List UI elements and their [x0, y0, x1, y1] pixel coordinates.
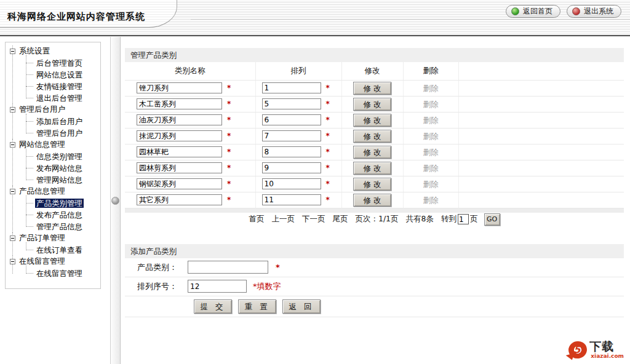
delete-link[interactable]: 删除 [423, 100, 439, 109]
new-category-input[interactable] [188, 261, 268, 274]
logo-number: 5 [573, 344, 580, 355]
category-name-input[interactable] [137, 98, 222, 109]
delete-link[interactable]: 删除 [423, 132, 439, 141]
modify-button[interactable]: 修 改 [353, 146, 391, 159]
category-order-input[interactable] [262, 194, 321, 205]
required-mark: * [326, 84, 330, 92]
sidebar-item-view-orders[interactable]: 在线订单查看 [26, 244, 99, 256]
category-name-input[interactable] [137, 114, 222, 125]
category-order-input[interactable] [262, 130, 321, 141]
modify-button[interactable]: 修 改 [353, 130, 391, 143]
modify-button[interactable]: 修 改 [353, 162, 391, 175]
back-button[interactable]: 返 回 [282, 299, 321, 314]
header-underline [0, 35, 630, 36]
category-name-input[interactable] [137, 162, 222, 173]
sidebar-group-system-header[interactable]: 系统设置 [9, 46, 99, 57]
reset-button[interactable]: 重 置 [238, 299, 276, 314]
required-mark: * [326, 196, 330, 204]
category-name-input[interactable] [137, 178, 222, 189]
modify-button[interactable]: 修 改 [353, 98, 391, 111]
category-order-input[interactable] [262, 82, 321, 93]
sidebar-item-info-category[interactable]: 信息类别管理 [26, 151, 99, 162]
logout-button[interactable]: 退出系统 [567, 5, 621, 18]
sidebar-group-product-info-header[interactable]: 产品信息管理 [9, 186, 99, 197]
sidebar-item-exit-admin[interactable]: 退出后台管理 [26, 92, 99, 104]
pagination-first[interactable]: 首页 [249, 214, 264, 224]
new-order-input[interactable] [188, 280, 247, 293]
sidebar-item-manage-messages[interactable]: 在线留言管理 [26, 267, 99, 279]
add-section-title: 添加产品类别 [125, 244, 624, 258]
collapse-minus-icon[interactable] [10, 49, 15, 54]
category-name-input[interactable] [137, 82, 222, 93]
sidebar-item-manage-admin-users[interactable]: 管理后台用户 [26, 127, 99, 139]
sidebar-item-site-info-settings[interactable]: 网站信息设置 [26, 69, 99, 81]
sidebar-item-admin-home[interactable]: 后台管理首页 [26, 57, 99, 69]
modify-button[interactable]: 修 改 [353, 194, 391, 207]
modify-button[interactable]: 修 改 [353, 114, 391, 127]
order-hint: *填数字 [253, 281, 281, 292]
pagination-total-info: 共有8条 [406, 214, 434, 224]
category-order-input[interactable] [262, 178, 321, 189]
category-order-input[interactable] [262, 98, 321, 109]
category-table: 类别名称 排列 修改 删除 * * 修 改 删除 * * [125, 62, 624, 208]
sidebar-group-site-info-header[interactable]: 网站信息管理 [9, 139, 99, 151]
pagination-last[interactable]: 尾页 [332, 214, 348, 224]
required-mark: * [227, 132, 231, 140]
sidebar-splitter[interactable] [110, 37, 121, 364]
delete-link[interactable]: 删除 [423, 148, 439, 157]
pagination-prev[interactable]: 上一页 [271, 214, 295, 224]
col-header-empty [458, 62, 624, 80]
sidebar-item-publish-product[interactable]: 发布产品信息 [26, 209, 99, 221]
sidebar-item-friend-links[interactable]: 友情链接管理 [26, 81, 99, 92]
modify-button[interactable]: 修 改 [353, 178, 391, 191]
collapse-minus-icon[interactable] [10, 235, 15, 241]
home-button[interactable]: 返回首页 [506, 5, 560, 18]
category-name-input[interactable] [137, 130, 222, 141]
required-mark: * [227, 148, 231, 156]
collapse-minus-icon[interactable] [10, 189, 15, 194]
sidebar-group-site-info-children: 信息类别管理 发布网站信息 管理网站信息 [26, 151, 99, 186]
logo-domain-text: xiazai.com [591, 354, 624, 359]
home-button-label: 返回首页 [523, 6, 552, 17]
category-order-input[interactable] [262, 162, 321, 173]
a5-download-logo[interactable]: 5 下载 xiazai.com [566, 341, 624, 360]
sidebar-item-product-category[interactable]: 产品类别管理 [26, 197, 99, 209]
required-mark: * [326, 100, 330, 108]
splitter-collapse-handle[interactable] [111, 197, 119, 205]
delete-link[interactable]: 删除 [423, 84, 439, 93]
modify-button[interactable]: 修 改 [353, 82, 391, 95]
collapse-minus-icon[interactable] [10, 259, 15, 264]
logout-button-label: 退出系统 [584, 6, 613, 17]
delete-link[interactable]: 删除 [423, 116, 439, 125]
go-button[interactable]: GO [484, 213, 500, 226]
category-order-input[interactable] [262, 114, 321, 125]
sidebar-item-manage-product[interactable]: 管理产品信息 [26, 221, 99, 232]
sidebar-group-product-info-children: 产品类别管理 发布产品信息 管理产品信息 [26, 197, 99, 232]
sidebar-group-messages-header[interactable]: 在线留言管理 [9, 256, 99, 267]
sidebar-item-publish-site-info[interactable]: 发布网站信息 [26, 162, 99, 174]
pagination-goto: 转到 页 GO [441, 213, 500, 226]
sidebar-item-add-admin-user[interactable]: 添加后台用户 [26, 116, 99, 127]
delete-link[interactable]: 删除 [423, 196, 439, 205]
form-buttons-row: 提 交 重 置 返 回 [125, 296, 624, 317]
collapse-minus-icon[interactable] [10, 142, 15, 148]
sidebar-item-manage-site-info[interactable]: 管理网站信息 [26, 174, 99, 186]
red-dot-icon [572, 7, 580, 15]
goto-page-input[interactable] [458, 214, 469, 224]
table-header-row: 类别名称 排列 修改 删除 [125, 62, 624, 80]
category-name-input[interactable] [137, 194, 222, 205]
delete-link[interactable]: 删除 [423, 164, 439, 173]
sidebar-group-admin-users-header[interactable]: 管理后台用户 [9, 104, 99, 116]
sidebar-group-site-info: 网站信息管理 信息类别管理 发布网站信息 管理网站信息 [9, 139, 99, 186]
category-row: * * 修 改 删除 [125, 112, 624, 128]
category-name-input[interactable] [137, 146, 222, 157]
delete-link[interactable]: 删除 [423, 180, 439, 189]
category-row: * * 修 改 删除 [125, 192, 624, 208]
submit-button[interactable]: 提 交 [194, 299, 232, 314]
logo-download-text: 下载 [589, 341, 614, 352]
pagination-next[interactable]: 下一页 [302, 214, 325, 224]
collapse-minus-icon[interactable] [10, 107, 15, 113]
category-order-input[interactable] [262, 146, 321, 157]
required-mark: * [326, 132, 330, 140]
sidebar-group-orders-header[interactable]: 产品订单管理 [9, 232, 99, 244]
